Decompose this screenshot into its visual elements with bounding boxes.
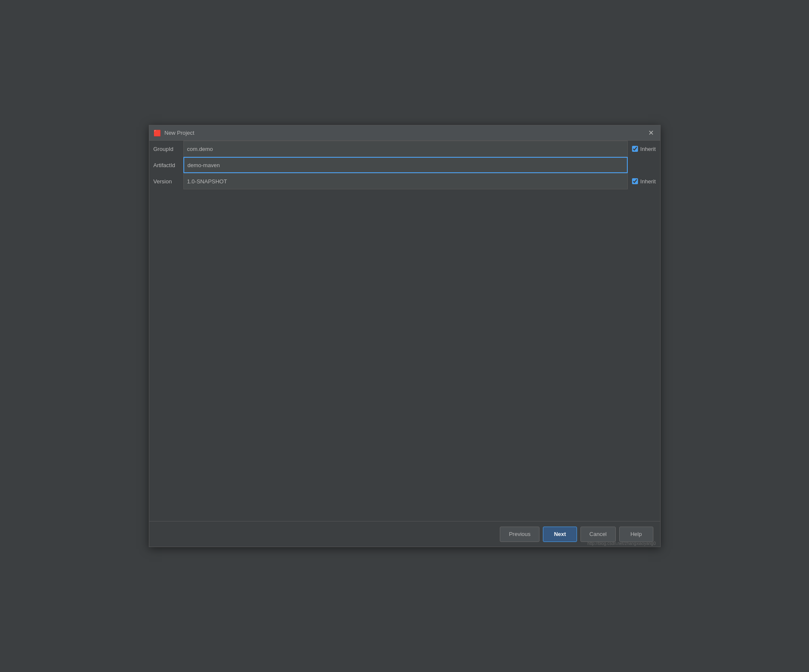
version-inherit-checkbox[interactable] (632, 178, 638, 184)
cancel-button[interactable]: Cancel (580, 527, 615, 542)
content-area: GroupId Inherit ArtifactId Version Inher… (149, 141, 660, 521)
version-inherit-label: Inherit (640, 178, 655, 185)
groupid-input[interactable] (183, 141, 628, 157)
artifactid-empty-cell (628, 157, 660, 173)
previous-button[interactable]: Previous (500, 527, 539, 542)
artifactid-label: ArtifactId (149, 157, 183, 173)
version-input[interactable] (183, 173, 628, 189)
groupid-inherit-label: Inherit (640, 146, 655, 152)
app-icon: 🟥 (154, 129, 161, 137)
version-inherit-cell: Inherit (628, 173, 660, 189)
groupid-label: GroupId (149, 141, 183, 157)
help-button[interactable]: Help (619, 527, 653, 542)
watermark: http://blog.csdn.net/zhangxiaoyang0 (587, 541, 655, 546)
close-button[interactable]: ✕ (647, 128, 656, 138)
content-spacer (149, 189, 660, 521)
form-grid: GroupId Inherit ArtifactId Version Inher… (149, 141, 660, 189)
new-project-dialog: 🟥 New Project ✕ GroupId Inherit Artifact… (149, 125, 661, 547)
dialog-title: New Project (165, 130, 194, 136)
title-bar: 🟥 New Project ✕ (149, 125, 660, 141)
title-bar-left: 🟥 New Project (154, 129, 194, 137)
artifactid-input[interactable] (183, 157, 628, 173)
version-label: Version (149, 173, 183, 189)
footer: Previous Next Cancel Help (149, 521, 660, 547)
next-button[interactable]: Next (543, 527, 577, 542)
groupid-inherit-cell: Inherit (628, 141, 660, 157)
groupid-inherit-checkbox[interactable] (632, 146, 638, 152)
